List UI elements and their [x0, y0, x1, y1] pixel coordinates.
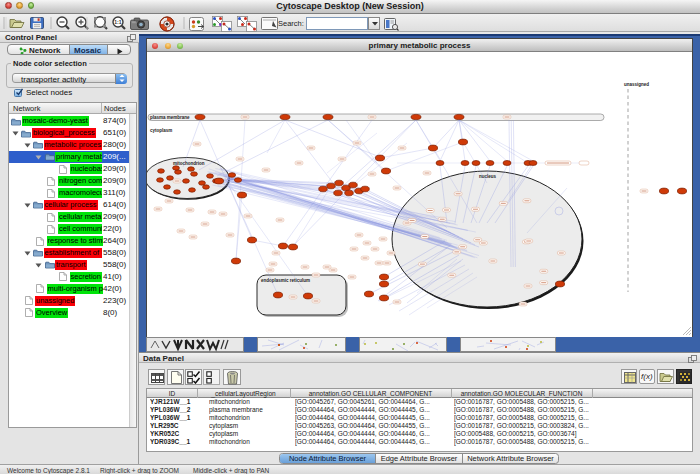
svg-text:plasma membrane: plasma membrane: [150, 115, 190, 120]
svg-text:1:1: 1:1: [114, 19, 121, 25]
svg-text:cytoplasm: cytoplasm: [150, 128, 172, 133]
svg-text:endoplasmic reticulum: endoplasmic reticulum: [261, 278, 310, 283]
svg-text:nucleus: nucleus: [479, 174, 497, 179]
svg-text:mitochondrion: mitochondrion: [173, 161, 205, 166]
svg-text:unassigned: unassigned: [624, 82, 649, 87]
